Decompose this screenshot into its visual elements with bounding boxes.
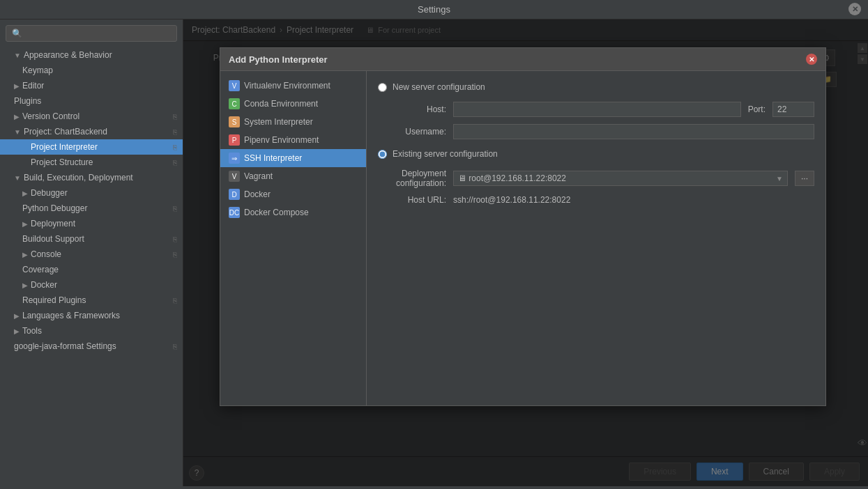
sidebar-item-docker[interactable]: ▶Docker bbox=[0, 277, 183, 293]
new-server-radio-row: New server configuration bbox=[378, 82, 814, 92]
host-url-row: Host URL: ssh://root@192.168.11.22:8022 bbox=[383, 195, 814, 205]
modal-title-bar: Add Python Interpreter ✕ bbox=[220, 48, 825, 71]
sidebar-item-plugins[interactable]: Plugins bbox=[0, 93, 183, 109]
existing-server-radio-row: Existing server configuration bbox=[378, 149, 814, 159]
sidebar-item-project-interpreter[interactable]: Project Interpreter⎘ bbox=[0, 139, 183, 155]
sidebar-arrow-docker: ▶ bbox=[22, 281, 28, 289]
sidebar-item-version-control[interactable]: ▶Version Control⎘ bbox=[0, 109, 183, 124]
sidebar-item-label-console: Console bbox=[31, 249, 61, 259]
sidebar-items-container: ▼Appearance & BehaviorKeymap▶EditorPlugi… bbox=[0, 47, 183, 354]
modal-sidebar-item-docker[interactable]: DDocker bbox=[220, 185, 366, 203]
new-server-label: New server configuration bbox=[393, 82, 485, 92]
deployment-config-row: Deployment configuration: 🖥 root@192.168… bbox=[383, 169, 814, 188]
sidebar-item-buildout-support[interactable]: Buildout Support⎘ bbox=[0, 231, 183, 247]
sidebar-item-coverage[interactable]: Coverage bbox=[0, 262, 183, 277]
sidebar-arrow-project-chartbackend: ▼ bbox=[14, 128, 21, 136]
modal-close-button[interactable]: ✕ bbox=[806, 54, 817, 65]
sidebar-item-tools[interactable]: ▶Tools bbox=[0, 323, 183, 339]
host-input[interactable] bbox=[453, 102, 741, 117]
modal-overlay: Add Python Interpreter ✕ VVirtualenv Env… bbox=[183, 20, 868, 486]
sidebar-item-label-docker: Docker bbox=[31, 280, 57, 290]
sidebar-arrow-languages-frameworks: ▶ bbox=[14, 312, 20, 320]
modal-sidebar-label-docker-compose: Docker Compose bbox=[244, 208, 309, 217]
modal-body: VVirtualenv EnvironmentCConda Environmen… bbox=[220, 71, 825, 405]
sidebar-copy-icon-python-debugger: ⎘ bbox=[173, 205, 177, 212]
search-input[interactable] bbox=[6, 25, 177, 42]
sidebar-arrow-deployment: ▶ bbox=[22, 220, 28, 228]
modal-sidebar-label-pipenv: Pipenv Environment bbox=[244, 135, 319, 145]
sidebar-item-required-plugins[interactable]: Required Plugins⎘ bbox=[0, 293, 183, 308]
modal-sidebar-icon-docker: D bbox=[229, 189, 240, 200]
modal-sidebar-item-conda[interactable]: CConda Environment bbox=[220, 95, 366, 113]
sidebar-copy-icon-version-control: ⎘ bbox=[173, 113, 177, 121]
sidebar-item-debugger[interactable]: ▶Debugger bbox=[0, 185, 183, 201]
sidebar-item-console[interactable]: ▶Console⎘ bbox=[0, 247, 183, 262]
modal-sidebar-item-ssh[interactable]: ⇒SSH Interpreter bbox=[220, 149, 366, 167]
modal-sidebar-item-vagrant[interactable]: VVagrant bbox=[220, 167, 366, 185]
sidebar-item-label-version-control: Version Control bbox=[22, 111, 79, 121]
modal-sidebar-item-docker-compose[interactable]: DCDocker Compose bbox=[220, 203, 366, 222]
modal-sidebar-item-virtualenv[interactable]: VVirtualenv Environment bbox=[220, 77, 366, 95]
modal-sidebar-label-ssh: SSH Interpreter bbox=[244, 153, 302, 163]
sidebar-item-label-google-java-format: google-java-format Settings bbox=[14, 341, 116, 351]
window-close-button[interactable]: ✕ bbox=[848, 3, 861, 15]
sidebar-item-label-tools: Tools bbox=[22, 326, 42, 336]
sidebar-item-label-required-plugins: Required Plugins bbox=[22, 295, 86, 305]
sidebar-item-google-java-format[interactable]: google-java-format Settings⎘ bbox=[0, 339, 183, 354]
sidebar-arrow-console: ▶ bbox=[22, 251, 28, 258]
title-bar: Settings ✕ bbox=[0, 0, 868, 20]
sidebar-item-python-debugger[interactable]: Python Debugger⎘ bbox=[0, 201, 183, 216]
sidebar-arrow-build-execution: ▼ bbox=[14, 174, 21, 182]
modal-sidebar-items-container: VVirtualenv EnvironmentCConda Environmen… bbox=[220, 77, 366, 222]
sidebar-item-keymap[interactable]: Keymap bbox=[0, 63, 183, 78]
sidebar-item-build-execution[interactable]: ▼Build, Execution, Deployment bbox=[0, 170, 183, 185]
sidebar-item-label-coverage: Coverage bbox=[22, 265, 59, 274]
username-row: Username: bbox=[383, 124, 814, 139]
username-input[interactable] bbox=[453, 124, 814, 139]
sidebar-item-label-deployment: Deployment bbox=[31, 219, 75, 228]
sidebar-item-label-plugins: Plugins bbox=[14, 96, 41, 106]
sidebar-copy-icon-google-java-format: ⎘ bbox=[173, 343, 177, 350]
modal-sidebar-icon-virtualenv: V bbox=[229, 80, 240, 91]
existing-server-config-section: Deployment configuration: 🖥 root@192.168… bbox=[378, 169, 814, 205]
existing-server-radio[interactable] bbox=[378, 150, 387, 159]
modal-sidebar-icon-conda: C bbox=[229, 98, 240, 109]
port-input[interactable] bbox=[772, 102, 814, 117]
deployment-config-more-button[interactable]: ··· bbox=[795, 171, 814, 186]
sidebar-item-languages-frameworks[interactable]: ▶Languages & Frameworks bbox=[0, 308, 183, 323]
deployment-config-dropdown[interactable]: 🖥 root@192.168.11.22:8022 ▼ bbox=[453, 171, 788, 186]
modal-sidebar-item-system[interactable]: SSystem Interpreter bbox=[220, 113, 366, 131]
sidebar-item-label-debugger: Debugger bbox=[31, 188, 68, 198]
modal-sidebar-label-vagrant: Vagrant bbox=[244, 171, 273, 181]
add-python-interpreter-modal: Add Python Interpreter ✕ VVirtualenv Env… bbox=[220, 47, 826, 406]
host-url-label: Host URL: bbox=[383, 195, 446, 205]
sidebar-item-project-chartbackend[interactable]: ▼Project: ChartBackend⎘ bbox=[0, 124, 183, 139]
new-server-config-section: Host: Port: Username: bbox=[378, 102, 814, 139]
modal-sidebar-icon-pipenv: P bbox=[229, 134, 240, 146]
sidebar-item-label-buildout-support: Buildout Support bbox=[22, 234, 84, 244]
sidebar-copy-icon-buildout-support: ⎘ bbox=[173, 235, 177, 243]
modal-sidebar-icon-ssh: ⇒ bbox=[229, 153, 240, 164]
new-server-radio[interactable] bbox=[378, 83, 387, 92]
modal-sidebar-item-pipenv[interactable]: PPipenv Environment bbox=[220, 131, 366, 149]
sidebar-item-label-build-execution: Build, Execution, Deployment bbox=[24, 173, 133, 183]
modal-sidebar: VVirtualenv EnvironmentCConda Environmen… bbox=[220, 71, 367, 405]
sidebar-item-label-keymap: Keymap bbox=[22, 65, 53, 75]
main-container: ▼Appearance & BehaviorKeymap▶EditorPlugi… bbox=[0, 20, 868, 486]
modal-sidebar-icon-vagrant: V bbox=[229, 171, 240, 182]
sidebar-arrow-version-control: ▶ bbox=[14, 113, 20, 121]
deployment-config-value: 🖥 root@192.168.11.22:8022 bbox=[458, 173, 566, 183]
modal-sidebar-icon-system: S bbox=[229, 116, 240, 127]
sidebar-item-label-python-debugger: Python Debugger bbox=[22, 203, 87, 213]
host-url-value: ssh://root@192.168.11.22:8022 bbox=[453, 195, 570, 205]
window-title: Settings bbox=[418, 4, 450, 15]
sidebar-item-project-structure[interactable]: Project Structure⎘ bbox=[0, 155, 183, 170]
host-row: Host: Port: bbox=[383, 102, 814, 117]
sidebar-item-appearance-behavior[interactable]: ▼Appearance & Behavior bbox=[0, 47, 183, 63]
modal-sidebar-label-system: System Interpreter bbox=[244, 117, 313, 127]
sidebar-arrow-tools: ▶ bbox=[14, 327, 20, 335]
sidebar-item-editor[interactable]: ▶Editor bbox=[0, 78, 183, 93]
deployment-config-label: Deployment configuration: bbox=[383, 169, 446, 188]
sidebar-item-deployment[interactable]: ▶Deployment bbox=[0, 216, 183, 231]
sidebar-item-label-project-interpreter: Project Interpreter bbox=[31, 142, 98, 152]
